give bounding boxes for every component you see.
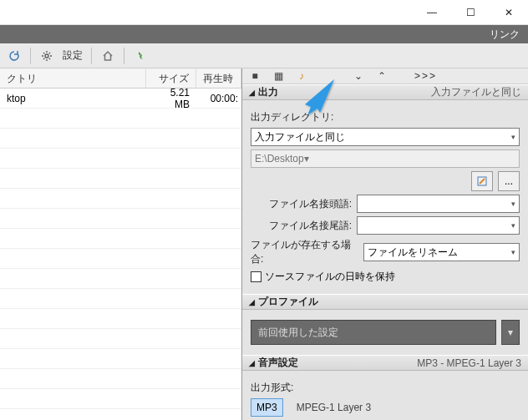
suffix-label: ファイル名接尾語: bbox=[269, 219, 352, 233]
chevron-down-icon: ▾ bbox=[511, 133, 515, 141]
file-exists-select[interactable]: ファイルをリネーム▾ bbox=[363, 243, 520, 261]
cell-name: ktop bbox=[0, 89, 146, 108]
suffix-input[interactable]: ▾ bbox=[357, 216, 520, 235]
maximize-button[interactable]: ☐ bbox=[451, 0, 490, 25]
minimize-button[interactable]: — bbox=[413, 0, 451, 25]
output-dir-select[interactable]: 入力ファイルと同じ ▾ bbox=[251, 128, 520, 146]
cell-duration: 00:00: bbox=[196, 89, 241, 108]
collapse-icon: ◢ bbox=[249, 298, 255, 306]
cell-size: 5.21 MB bbox=[146, 83, 196, 114]
output-section-header[interactable]: ◢ 出力 入力ファイルと同じ bbox=[242, 84, 528, 100]
output-path-display: E:\Desktop ▾ bbox=[251, 149, 520, 168]
separator bbox=[91, 48, 92, 64]
audio-title: 音声設定 bbox=[258, 356, 298, 370]
music-icon[interactable]: ♪ bbox=[294, 68, 309, 83]
pin-icon[interactable] bbox=[131, 47, 150, 65]
file-exists-label: ファイルが存在する場合: bbox=[251, 238, 358, 266]
output-path-value: E:\Desktop bbox=[255, 153, 304, 164]
chevron-down-icon: ▾ bbox=[511, 221, 515, 230]
prefix-label: ファイル名接頭語: bbox=[269, 197, 352, 211]
profile-dropdown-button[interactable]: ▾ bbox=[501, 320, 520, 345]
output-dir-value: 入力ファイルと同じ bbox=[255, 130, 345, 144]
more-button[interactable]: >>> bbox=[414, 70, 437, 82]
document-icon[interactable]: ▦ bbox=[271, 68, 286, 83]
refresh-icon[interactable] bbox=[5, 47, 23, 65]
settings-label[interactable]: 設定 bbox=[63, 48, 83, 63]
audio-section-header[interactable]: ◢ 音声設定 MP3 - MPEG-1 Layer 3 bbox=[242, 355, 528, 371]
link-menu[interactable]: リンク bbox=[490, 28, 520, 42]
profile-title: プロファイル bbox=[258, 295, 318, 309]
output-note: 入力ファイルと同じ bbox=[431, 85, 521, 99]
output-format-label: 出力形式: bbox=[251, 381, 293, 395]
format-desc: MPEG-1 Layer 3 bbox=[297, 402, 371, 413]
collapse-icon: ◢ bbox=[249, 89, 255, 97]
profile-select[interactable]: 前回使用した設定 bbox=[251, 320, 496, 345]
output-title: 出力 bbox=[258, 85, 278, 99]
folder-icon[interactable]: ■ bbox=[247, 68, 262, 83]
file-exists-value: ファイルをリネーム bbox=[368, 245, 458, 260]
chevron-down-icon[interactable]: ⌄ bbox=[351, 68, 366, 83]
chevron-down-icon: ▾ bbox=[511, 200, 515, 208]
file-list-panel: クトリ サイズ 再生時 ktop 5.21 MB 00:00: bbox=[0, 68, 242, 420]
chevron-down-icon: ▾ bbox=[304, 153, 309, 164]
output-dir-label: 出力ディレクトリ: bbox=[251, 110, 333, 124]
audio-note: MP3 - MPEG-1 Layer 3 bbox=[417, 357, 521, 369]
prefix-input[interactable]: ▾ bbox=[357, 195, 520, 213]
profile-section-header[interactable]: ◢ プロファイル bbox=[242, 294, 528, 310]
keep-date-checkbox[interactable]: ソースファイルの日時を保持 bbox=[251, 270, 395, 284]
format-selected[interactable]: MP3 bbox=[251, 398, 283, 417]
chevron-up-icon[interactable]: ⌃ bbox=[374, 68, 389, 83]
separator bbox=[30, 48, 31, 64]
settings-panel: ■ ▦ ♪ ⌄ ⌃ >>> ◢ 出力 入力ファイルと同じ 出力ディレクトリ: 入… bbox=[242, 68, 528, 420]
svg-point-0 bbox=[45, 54, 48, 58]
chevron-down-icon: ▾ bbox=[511, 248, 515, 256]
column-duration[interactable]: 再生時 bbox=[196, 68, 241, 88]
keep-date-label: ソースファイルの日時を保持 bbox=[265, 270, 395, 284]
column-directory[interactable]: クトリ bbox=[0, 68, 146, 88]
browse-button[interactable]: ... bbox=[498, 171, 520, 191]
separator bbox=[124, 48, 124, 64]
checkbox-icon bbox=[251, 271, 261, 282]
profile-value: 前回使用した設定 bbox=[258, 326, 338, 340]
collapse-icon: ◢ bbox=[249, 359, 255, 367]
home-icon[interactable] bbox=[99, 47, 117, 65]
close-button[interactable]: ✕ bbox=[490, 0, 528, 25]
table-row[interactable]: ktop 5.21 MB 00:00: bbox=[0, 89, 241, 109]
edit-path-button[interactable] bbox=[471, 171, 493, 191]
gear-icon[interactable] bbox=[38, 47, 56, 65]
